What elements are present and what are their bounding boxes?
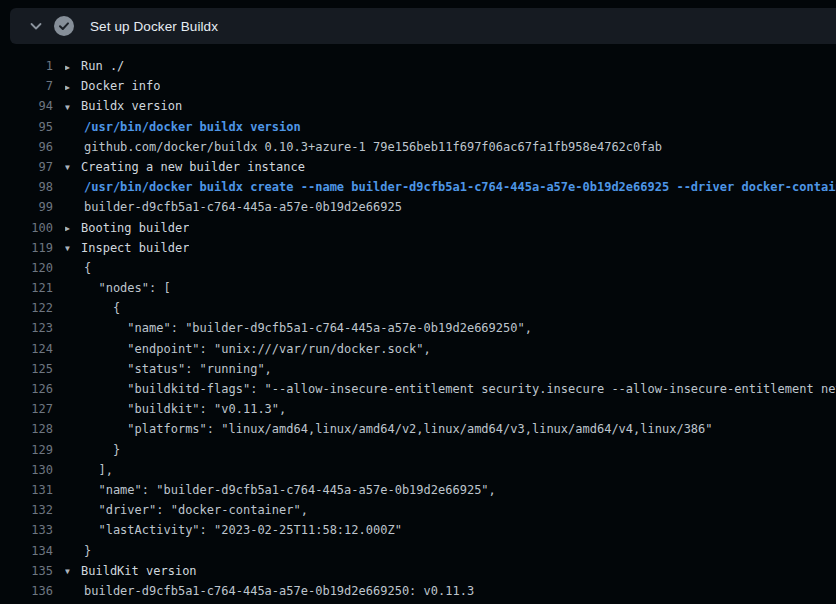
log-line: 127 "buildkit": "v0.11.3",: [0, 399, 836, 419]
line-number[interactable]: 122: [0, 298, 53, 318]
log-line: 128 "platforms": "linux/amd64,linux/amd6…: [0, 419, 836, 439]
output-text: "name": "builder-d9cfb5a1-c764-445a-a57e…: [65, 318, 532, 338]
output-text: }: [65, 440, 120, 460]
triangle-expanded-icon[interactable]: ▼: [65, 98, 75, 117]
line-number[interactable]: 100: [0, 218, 53, 238]
log-line: 120{: [0, 258, 836, 278]
log-group-line[interactable]: 7▶Docker info: [0, 76, 836, 96]
log-line: 131 "name": "builder-d9cfb5a1-c764-445a-…: [0, 480, 836, 500]
output-text: "buildkit": "v0.11.3",: [65, 399, 286, 419]
line-number[interactable]: 125: [0, 359, 53, 379]
output-text: "name": "builder-d9cfb5a1-c764-445a-a57e…: [65, 480, 496, 500]
command-text: /usr/bin/docker buildx version: [65, 117, 301, 137]
log-line: 99builder-d9cfb5a1-c764-445a-a57e-0b19d2…: [0, 197, 836, 217]
log-line: 125 "status": "running",: [0, 359, 836, 379]
check-circle-icon: [54, 16, 74, 36]
triangle-expanded-icon[interactable]: ▼: [65, 158, 75, 177]
output-text: "driver": "docker-container",: [65, 500, 308, 520]
line-number[interactable]: 97: [0, 157, 53, 177]
log-line: 95/usr/bin/docker buildx version: [0, 117, 836, 137]
step-title: Set up Docker Buildx: [90, 19, 218, 34]
command-text: /usr/bin/docker buildx create --name bui…: [65, 177, 836, 197]
triangle-expanded-icon[interactable]: ▼: [65, 562, 75, 581]
output-text: github.com/docker/buildx 0.10.3+azure-1 …: [65, 137, 662, 157]
log-group-line[interactable]: 94▼Buildx version: [0, 96, 836, 116]
log-line: 123 "name": "builder-d9cfb5a1-c764-445a-…: [0, 318, 836, 338]
line-number[interactable]: 136: [0, 581, 53, 601]
line-number[interactable]: 130: [0, 460, 53, 480]
log-group-line[interactable]: 97▼Creating a new builder instance: [0, 157, 836, 177]
line-number[interactable]: 96: [0, 137, 53, 157]
line-number[interactable]: 133: [0, 520, 53, 540]
log-line: 124 "endpoint": "unix:///var/run/docker.…: [0, 339, 836, 359]
line-number[interactable]: 129: [0, 440, 53, 460]
log-line: 130 ],: [0, 460, 836, 480]
log-group-line[interactable]: 100▶Booting builder: [0, 218, 836, 238]
triangle-collapsed-icon[interactable]: ▶: [65, 58, 75, 77]
line-number[interactable]: 94: [0, 96, 53, 116]
line-number[interactable]: 126: [0, 379, 53, 399]
log-line: 122 {: [0, 298, 836, 318]
group-title: Run ./: [81, 59, 124, 73]
line-number[interactable]: 121: [0, 278, 53, 298]
log-line: 98/usr/bin/docker buildx create --name b…: [0, 177, 836, 197]
log-line: 136builder-d9cfb5a1-c764-445a-a57e-0b19d…: [0, 581, 836, 601]
log-group-line[interactable]: 1▶Run ./: [0, 56, 836, 76]
line-number[interactable]: 1: [0, 56, 53, 76]
line-number[interactable]: 135: [0, 561, 53, 581]
output-text: "status": "running",: [65, 359, 272, 379]
group-title: BuildKit version: [81, 564, 197, 578]
log-line: 133 "lastActivity": "2023-02-25T11:58:12…: [0, 520, 836, 540]
line-number[interactable]: 99: [0, 197, 53, 217]
log-line: 134}: [0, 541, 836, 561]
line-number[interactable]: 98: [0, 177, 53, 197]
triangle-collapsed-icon[interactable]: ▶: [65, 219, 75, 238]
line-number[interactable]: 95: [0, 117, 53, 137]
output-text: "lastActivity": "2023-02-25T11:58:12.000…: [65, 520, 402, 540]
output-text: "buildkitd-flags": "--allow-insecure-ent…: [65, 379, 836, 399]
line-number[interactable]: 131: [0, 480, 53, 500]
line-number[interactable]: 120: [0, 258, 53, 278]
output-text: {: [65, 298, 120, 318]
line-number[interactable]: 123: [0, 318, 53, 338]
line-number[interactable]: 132: [0, 500, 53, 520]
log-line: 96github.com/docker/buildx 0.10.3+azure-…: [0, 137, 836, 157]
group-title: Creating a new builder instance: [81, 160, 305, 174]
line-number[interactable]: 127: [0, 399, 53, 419]
output-text: ],: [65, 460, 113, 480]
log-line: 129 }: [0, 440, 836, 460]
line-number[interactable]: 134: [0, 541, 53, 561]
step-header[interactable]: Set up Docker Buildx: [10, 8, 836, 44]
output-text: "platforms": "linux/amd64,linux/amd64/v2…: [65, 419, 713, 439]
output-text: }: [65, 541, 91, 561]
log-group-line[interactable]: 135▼BuildKit version: [0, 561, 836, 581]
line-number[interactable]: 119: [0, 238, 53, 258]
log-line: 121 "nodes": [: [0, 278, 836, 298]
log-lines: 1▶Run ./7▶Docker info94▼Buildx version95…: [0, 56, 836, 601]
output-text: "nodes": [: [65, 278, 171, 298]
line-number[interactable]: 7: [0, 76, 53, 96]
output-text: builder-d9cfb5a1-c764-445a-a57e-0b19d2e6…: [65, 197, 402, 217]
group-title: Docker info: [81, 79, 160, 93]
log-line: 132 "driver": "docker-container",: [0, 500, 836, 520]
output-text: {: [65, 258, 91, 278]
line-number[interactable]: 124: [0, 339, 53, 359]
group-title: Booting builder: [81, 221, 189, 235]
log-group-line[interactable]: 119▼Inspect builder: [0, 238, 836, 258]
triangle-collapsed-icon[interactable]: ▶: [65, 78, 75, 97]
chevron-down-icon[interactable]: [28, 18, 44, 34]
output-text: "endpoint": "unix:///var/run/docker.sock…: [65, 339, 431, 359]
line-number[interactable]: 128: [0, 419, 53, 439]
group-title: Inspect builder: [81, 241, 189, 255]
triangle-expanded-icon[interactable]: ▼: [65, 239, 75, 258]
log-line: 126 "buildkitd-flags": "--allow-insecure…: [0, 379, 836, 399]
group-title: Buildx version: [81, 99, 182, 113]
output-text: builder-d9cfb5a1-c764-445a-a57e-0b19d2e6…: [65, 581, 474, 601]
